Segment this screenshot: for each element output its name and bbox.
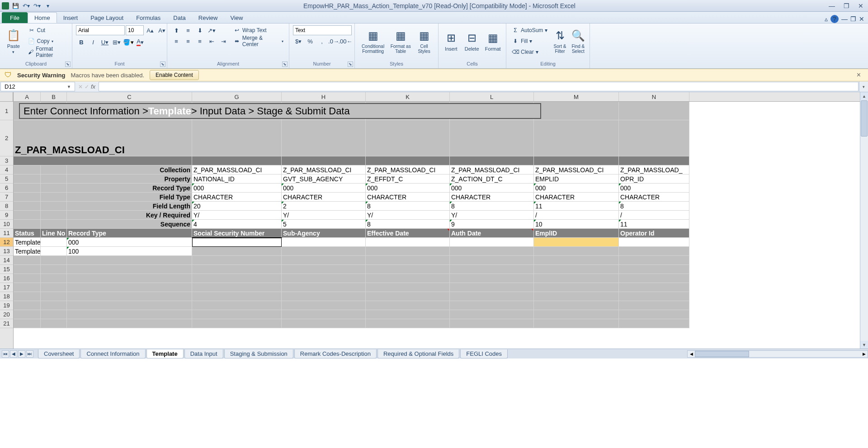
font-name-select[interactable]	[76, 25, 125, 35]
decrease-indent-icon[interactable]: ⇤	[206, 36, 217, 46]
alignment-launcher-icon[interactable]: ⬊	[282, 61, 288, 67]
tab-insert[interactable]: Insert	[57, 12, 85, 23]
tab-data[interactable]: Data	[167, 12, 192, 23]
comma-icon[interactable]: ,	[316, 36, 327, 46]
ci-title-cell[interactable]: Z_PAR_MASSLOAD_CI	[14, 120, 192, 156]
find-select-button[interactable]: 🔍Find & Select	[571, 25, 586, 57]
sheet-tab-coversheet[interactable]: Coversheet	[38, 349, 80, 358]
cut-button[interactable]: ✂Cut	[26, 25, 68, 35]
col-header[interactable]: L	[450, 92, 534, 101]
header-auth-date[interactable]: Auth Date	[450, 229, 534, 238]
header-eff-date[interactable]: Effective Date	[366, 229, 450, 238]
header-line-no[interactable]: Line No	[41, 229, 67, 238]
align-bottom-icon[interactable]: ⬇	[194, 25, 205, 35]
sheet-tab-staging-submission[interactable]: Staging & Submission	[224, 349, 293, 358]
align-center-icon[interactable]: ≡	[183, 36, 193, 46]
sheet-tab-connect-information[interactable]: Connect Information	[80, 349, 145, 358]
autosum-button[interactable]: ΣAutoSum▾	[510, 25, 549, 35]
active-cell[interactable]	[192, 238, 282, 247]
row-header[interactable]: 2	[0, 120, 13, 156]
increase-decimal-icon[interactable]: .0→	[328, 36, 339, 46]
font-size-select[interactable]	[126, 25, 144, 35]
underline-button[interactable]: U▾	[99, 37, 110, 47]
hscroll-thumb[interactable]	[695, 351, 749, 357]
row-header[interactable]: 21	[0, 319, 13, 328]
border-button[interactable]: ⊞▾	[111, 37, 122, 47]
undo-icon[interactable]: ↶▾	[22, 1, 31, 10]
label-key-required[interactable]: Key / Required	[67, 211, 192, 220]
italic-button[interactable]: I	[88, 37, 99, 47]
row-header[interactable]: 9	[0, 211, 13, 220]
col-header[interactable]: N	[619, 92, 689, 101]
row-header[interactable]: 14	[0, 256, 13, 265]
row-header[interactable]: 10	[0, 220, 13, 229]
restore-icon[interactable]: ❐	[841, 2, 852, 9]
prev-sheet-icon[interactable]: ◀	[10, 350, 17, 358]
close-icon[interactable]: ✕	[855, 2, 866, 9]
tab-review[interactable]: Review	[192, 12, 224, 23]
format-painter-button[interactable]: 🖌Format Painter	[26, 47, 68, 57]
row-header[interactable]: 13	[0, 247, 13, 256]
label-field-length[interactable]: Field Length	[67, 202, 192, 211]
col-header[interactable]: B	[41, 92, 67, 101]
window-restore-icon[interactable]: ❐	[850, 15, 856, 23]
clear-button[interactable]: ⌫Clear▾	[510, 47, 549, 57]
fill-button[interactable]: ⬇Fill▾	[510, 36, 549, 46]
row-header[interactable]: 19	[0, 301, 13, 310]
format-as-table-button[interactable]: ▦Format as Table	[390, 25, 411, 57]
tab-formulas[interactable]: Formulas	[130, 12, 167, 23]
sheet-tab-remark-codes[interactable]: Remark Codes-Description	[294, 349, 377, 358]
merge-center-button[interactable]: ⬌Merge & Center▾	[231, 36, 285, 46]
decrease-font-icon[interactable]: A▾	[156, 25, 167, 35]
number-format-select[interactable]	[293, 25, 352, 35]
scroll-right-icon[interactable]: ▶	[860, 351, 868, 357]
tab-view[interactable]: View	[224, 12, 249, 23]
fill-color-button[interactable]: 🪣▾	[123, 37, 134, 47]
align-top-icon[interactable]: ⬆	[171, 25, 182, 35]
row-header[interactable]: 7	[0, 193, 13, 202]
col-header[interactable]: M	[534, 92, 619, 101]
increase-font-icon[interactable]: A▴	[145, 25, 156, 35]
align-middle-icon[interactable]: ≡	[183, 25, 193, 35]
percent-icon[interactable]: %	[305, 36, 316, 46]
row-header[interactable]: 4	[0, 165, 13, 174]
header-ssn[interactable]: Social Security Number	[192, 229, 282, 238]
window-minimize-icon[interactable]: ―	[841, 15, 848, 23]
sheet-tab-fegli-codes[interactable]: FEGLI Codes	[460, 349, 508, 358]
currency-icon[interactable]: $▾	[293, 36, 304, 46]
row-header[interactable]: 5	[0, 174, 13, 184]
paste-button[interactable]: 📋Paste▾	[4, 25, 24, 57]
header-status[interactable]: Status	[14, 229, 41, 238]
data-cell[interactable]: Template	[14, 238, 41, 247]
data-cell[interactable]: 100	[67, 247, 192, 256]
enter-formula-icon[interactable]: ✓	[85, 84, 89, 90]
scroll-up-icon[interactable]: ▲	[860, 92, 868, 100]
row-header[interactable]: 12	[0, 238, 13, 247]
close-security-icon[interactable]: ×	[854, 71, 863, 79]
row-header[interactable]: 15	[0, 265, 13, 274]
next-sheet-icon[interactable]: ▶	[18, 350, 25, 358]
clipboard-launcher-icon[interactable]: ⬊	[65, 61, 71, 67]
scroll-down-icon[interactable]: ▼	[860, 341, 868, 349]
header-emplid[interactable]: EmplID	[534, 229, 619, 238]
col-header[interactable]: C	[67, 92, 192, 101]
data-cell[interactable]	[41, 238, 67, 247]
window-close-icon[interactable]: ✕	[859, 15, 864, 23]
fx-icon[interactable]: fx	[91, 83, 95, 90]
decrease-decimal-icon[interactable]: .00←	[340, 36, 351, 46]
first-sheet-icon[interactable]: ⏮	[2, 350, 9, 358]
delete-cells-button[interactable]: ⊟Delete	[463, 25, 481, 57]
tab-home[interactable]: Home	[28, 12, 57, 23]
help-icon[interactable]: ?	[830, 15, 839, 23]
cell-styles-button[interactable]: ▦Cell Styles	[414, 25, 434, 57]
label-field-type[interactable]: Field Type	[67, 193, 192, 202]
conditional-formatting-button[interactable]: ▦Conditional Formatting	[359, 25, 387, 57]
row-header[interactable]: 11	[0, 229, 13, 238]
col-header[interactable]: H	[282, 92, 366, 101]
insert-cells-button[interactable]: ⊞Insert	[442, 25, 460, 57]
bold-button[interactable]: B	[76, 37, 87, 47]
expand-formula-bar-icon[interactable]: ▾	[859, 81, 868, 92]
enable-content-button[interactable]: Enable Content	[150, 70, 199, 80]
redo-icon[interactable]: ↷▾	[33, 1, 42, 10]
select-all-corner[interactable]	[0, 92, 13, 102]
